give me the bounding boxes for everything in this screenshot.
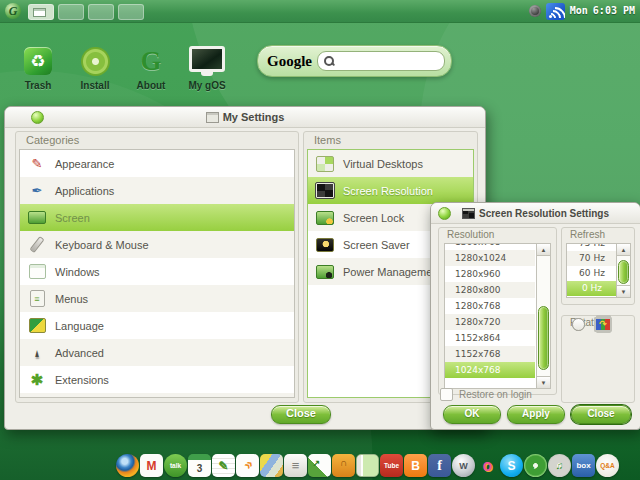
volume-icon[interactable] — [529, 5, 541, 17]
category-row-clipped[interactable] — [20, 393, 294, 398]
scroll-up-icon[interactable]: ▲ — [617, 244, 630, 256]
scroll-up-icon[interactable]: ▲ — [537, 244, 550, 256]
rotation-option-rotate-180[interactable]: ↷ — [572, 316, 612, 332]
ok-button[interactable]: OK — [443, 405, 501, 424]
category-row-applications[interactable]: ✒ Applications — [20, 177, 294, 204]
scrollbar-thumb[interactable] — [618, 260, 629, 284]
resolution-option-1280x960[interactable]: 1280x960 — [445, 266, 535, 282]
dock-icon-media-player[interactable]: ♪ — [524, 454, 547, 477]
dialog-titlebar[interactable]: Screen Resolution Settings — [431, 203, 640, 224]
refresh-option-0hz[interactable]: 0 Hz — [567, 281, 617, 296]
dock-icon-youtube[interactable]: Tube — [380, 454, 403, 477]
resolution-scrollbar[interactable]: ▲ ▼ — [536, 244, 550, 388]
item-icon — [316, 210, 334, 226]
items-header: Items — [314, 134, 341, 146]
item-row-virtual-desktops[interactable]: Virtual Desktops — [308, 150, 473, 177]
workspace-button-1[interactable] — [28, 4, 54, 20]
scroll-down-icon[interactable]: ▼ — [537, 376, 550, 388]
clock-day[interactable]: Mon — [570, 0, 588, 22]
resolution-option-1280x720[interactable]: 1280x720 — [445, 314, 535, 330]
desktop-icon-install[interactable]: Install — [66, 46, 124, 91]
workspace-button-4[interactable] — [118, 4, 144, 20]
category-row-appearance[interactable]: ✎ Appearance — [20, 150, 294, 177]
categories-list: ▲ ▼ ✎ Appearance ✒ — [19, 149, 295, 398]
categories-panel: Categories ▲ ▼ ✎ Appearance — [15, 131, 299, 403]
category-label: Appearance — [55, 158, 114, 170]
gos-menu-icon[interactable]: G — [5, 3, 21, 19]
rotation-group: Rotation ↺ — [561, 315, 635, 403]
google-search-input[interactable] — [337, 53, 441, 69]
dock-icon-wikipedia[interactable]: W — [452, 454, 475, 477]
scrollbar-thumb[interactable] — [538, 306, 549, 370]
category-row-language[interactable]: Language — [20, 312, 294, 339]
scroll-down-icon[interactable]: ▼ — [617, 285, 630, 297]
refresh-header: Refresh — [570, 229, 605, 240]
dock-icon-box[interactable]: box — [572, 454, 595, 477]
category-row-extensions[interactable]: ✱ Extensions — [20, 366, 294, 393]
category-icon: ✒ — [28, 183, 46, 199]
dock-icon-news[interactable]: ≡ — [284, 454, 307, 477]
workspace-button-3[interactable] — [88, 4, 114, 20]
refresh-option-60hz[interactable]: 60 Hz — [567, 266, 617, 281]
dock-icon-notebook[interactable] — [356, 454, 379, 477]
category-label: Keyboard & Mouse — [55, 239, 149, 251]
desktop-icon-my-gos[interactable]: My gOS — [178, 46, 236, 91]
dock-icon-reader[interactable]: » — [236, 454, 259, 477]
g-letter-icon: G — [140, 46, 161, 76]
desktop-icon-about[interactable]: G About — [122, 46, 180, 91]
wifi-icon[interactable] — [546, 3, 565, 20]
category-row-screen[interactable]: Screen — [20, 204, 294, 231]
resolution-option-1360x768[interactable]: 1360x768 — [445, 243, 535, 250]
resolution-option-1152x864[interactable]: 1152x864 — [445, 330, 535, 346]
dock-icon-music[interactable]: ♫ — [548, 454, 571, 477]
refresh-group: Refresh ▲ ▼ 75 Hz70 Hz60 Hz0 Hz — [561, 227, 635, 305]
dock-icon-answers[interactable]: Q&A — [596, 454, 619, 477]
dock-icon-calendar[interactable]: 3 — [188, 454, 211, 477]
restore-checkbox[interactable] — [440, 388, 453, 401]
dock-icon-firefox[interactable] — [116, 454, 139, 477]
resolution-option-1280x1024[interactable]: 1280x1024 — [445, 250, 535, 266]
system-tray: Mon 6:03 PM — [529, 0, 635, 22]
dock-icon-gmail[interactable]: M — [140, 454, 163, 477]
resolution-option-1024x768[interactable]: 1024x768 — [445, 362, 535, 378]
refresh-option-75hz[interactable]: 75 Hz — [567, 243, 617, 251]
item-label: Virtual Desktops — [343, 158, 423, 170]
window-title: My Settings — [206, 111, 285, 123]
dialog-close-button[interactable]: Close — [571, 405, 631, 424]
category-row-windows[interactable]: Windows — [20, 258, 294, 285]
google-logo-letter: o — [286, 53, 294, 69]
clock-time[interactable]: 6:03 PM — [593, 0, 635, 22]
refresh-scrollbar[interactable]: ▲ ▼ — [616, 244, 630, 297]
dock-icon-blogger[interactable]: B — [404, 454, 427, 477]
resolution-option-1280x800[interactable]: 1280x800 — [445, 282, 535, 298]
category-icon — [28, 318, 46, 334]
dock-icon-orkut[interactable]: o — [476, 454, 499, 477]
category-label: Screen — [55, 212, 90, 224]
my-settings-titlebar[interactable]: My Settings — [5, 107, 485, 128]
resolution-option-1280x768[interactable]: 1280x768 — [445, 298, 535, 314]
radio-button[interactable] — [572, 318, 585, 331]
cd-icon — [81, 47, 110, 76]
item-row-screen-resolution[interactable]: Screen Resolution — [308, 177, 473, 204]
desktop-icon-trash[interactable]: ♻ Trash — [9, 46, 67, 91]
dock-icon-gtalk[interactable]: talk — [164, 454, 187, 477]
resolution-list: ▲ ▼ 1360x7681280x10241280x9601280x800128… — [444, 243, 551, 389]
window-menu-orb[interactable] — [438, 207, 451, 220]
window-menu-orb[interactable] — [31, 111, 44, 124]
category-row-menus[interactable]: ≡ Menus — [20, 285, 294, 312]
refresh-option-70hz[interactable]: 70 Hz — [567, 251, 617, 266]
dock-icon-facebook[interactable]: f — [428, 454, 451, 477]
dock-icon-maps[interactable] — [260, 454, 283, 477]
dock-icon-shopping[interactable]: ∩ — [332, 454, 355, 477]
dock-icon-skype[interactable]: S — [500, 454, 523, 477]
resolution-option-1152x768[interactable]: 1152x768 — [445, 346, 535, 362]
dock-icon-docs[interactable]: ✎ — [212, 454, 235, 477]
category-row-advanced[interactable]: ▲ Advanced — [20, 339, 294, 366]
resolution-group: Resolution ▲ ▼ 1360x7681280x10241280x960… — [438, 227, 557, 395]
categories-header: Categories — [26, 134, 79, 146]
apply-button[interactable]: Apply — [507, 405, 565, 424]
category-row-keyboard-mouse[interactable]: Keyboard & Mouse — [20, 231, 294, 258]
dock-icon-finance[interactable]: ↗ — [308, 454, 331, 477]
close-button[interactable]: Close — [271, 405, 331, 424]
workspace-button-2[interactable] — [58, 4, 84, 20]
